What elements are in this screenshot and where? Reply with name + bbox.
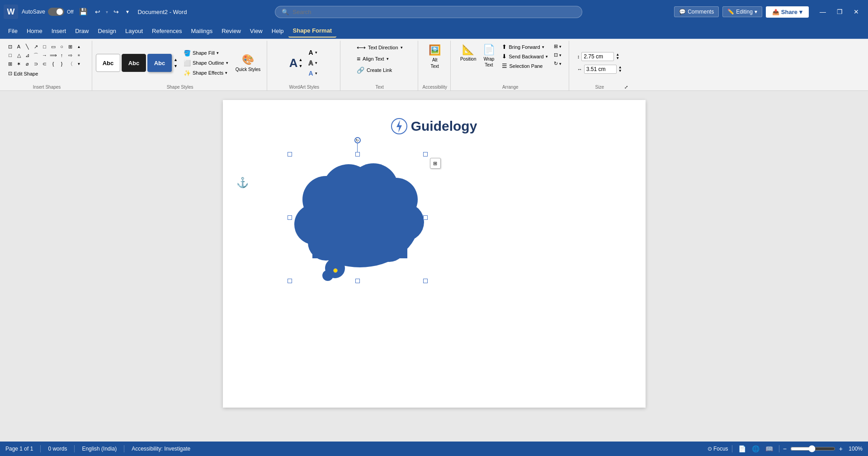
rotate-button[interactable]: ↻ ▾ — [552, 60, 563, 67]
wrap-text-button[interactable]: 📄 Wrap Text — [480, 43, 498, 69]
rotate-handle[interactable]: ↻ — [354, 137, 361, 143]
save-button[interactable]: 💾 — [77, 7, 90, 17]
shape-fill-dropdown[interactable]: ▾ — [217, 51, 219, 55]
menu-item-layout[interactable]: Layout — [121, 25, 147, 37]
menu-item-file[interactable]: File — [4, 25, 22, 37]
handle-tl[interactable] — [288, 152, 292, 157]
shape-tool-r3-8[interactable]: 〈 — [66, 60, 75, 68]
handle-tc[interactable] — [355, 152, 360, 157]
accessibility-status[interactable]: Accessibility: Investigate — [132, 446, 190, 452]
align-text-button[interactable]: ≡ Align Text ▾ — [354, 54, 391, 64]
text-fill-button[interactable]: A ▾ — [307, 48, 319, 57]
shape-tool-r3-3[interactable]: ⌀ — [24, 60, 32, 68]
shape-effects-dropdown[interactable]: ▾ — [225, 71, 227, 75]
menu-item-shape-format[interactable]: Shape Format — [288, 24, 337, 38]
shape-tool-scroll[interactable]: ⊞ — [66, 43, 75, 51]
shape-scroll-up[interactable]: ▲ — [75, 43, 83, 51]
focus-button[interactable]: ⊙ Focus — [708, 446, 728, 452]
shape-tool-r2-2[interactable]: △ — [15, 51, 23, 59]
zoom-slider[interactable] — [790, 445, 835, 452]
view-reader-layout[interactable]: 📖 — [763, 444, 775, 453]
shape-effects-button[interactable]: ✨ Shape Effects ▾ — [182, 69, 230, 77]
menu-item-references[interactable]: References — [147, 25, 186, 37]
cloud-shape-container[interactable]: ↻ — [290, 154, 425, 281]
style-preset-white[interactable]: Abc — [96, 54, 120, 72]
shape-tool-rect[interactable]: □ — [41, 43, 49, 51]
menu-item-insert[interactable]: Insert — [47, 25, 71, 37]
quick-styles-btn[interactable]: 🎨 Quick Styles — [232, 52, 264, 74]
shape-tool-text[interactable]: A — [15, 43, 23, 51]
shape-tool-r3-2[interactable]: ✶ — [15, 60, 23, 68]
shape-tool-r2-4[interactable]: ⌒ — [32, 51, 40, 59]
width-decrease[interactable]: ▼ — [618, 69, 622, 73]
autosave-toggle[interactable] — [48, 8, 64, 16]
shape-fill-button[interactable]: 🪣 Shape Fill ▾ — [182, 49, 230, 57]
menu-item-draw[interactable]: Draw — [71, 25, 93, 37]
create-link-button[interactable]: 🔗 Create Link — [354, 65, 394, 75]
shape-tool-r2-5[interactable]: → — [41, 51, 49, 59]
send-backward-button[interactable]: ⬇ Send Backward ▾ — [500, 52, 550, 61]
handle-bc[interactable] — [355, 279, 360, 283]
close-button[interactable]: ✕ — [848, 5, 864, 18]
height-input[interactable] — [581, 52, 614, 61]
selection-pane-button[interactable]: ☰ Selection Pane — [500, 62, 550, 70]
width-input[interactable] — [584, 65, 617, 74]
alt-text-button[interactable]: 🖼️ Alt Text — [426, 43, 443, 71]
text-outline-button[interactable]: A ▾ — [307, 58, 319, 67]
height-decrease[interactable]: ▼ — [616, 57, 619, 60]
menu-item-mailings[interactable]: Mailings — [187, 25, 217, 37]
shape-tool-r3-1[interactable]: ⊞ — [6, 60, 14, 68]
size-launcher[interactable]: ⤢ — [624, 85, 628, 90]
quick-access-more[interactable]: ▾ — [124, 8, 131, 16]
zoom-in-button[interactable]: + — [839, 445, 843, 452]
search-bar[interactable]: 🔍 — [275, 6, 582, 18]
search-input[interactable] — [292, 9, 576, 15]
share-button[interactable]: 📤 Share ▾ — [766, 6, 809, 18]
menu-item-view[interactable]: View — [245, 25, 267, 37]
shape-tool-r2-6[interactable]: ⟹ — [49, 51, 57, 59]
preset-scroll-up[interactable]: ▲ — [173, 57, 178, 62]
handle-ml[interactable] — [288, 215, 292, 220]
shape-scroll-mid[interactable]: ≡ — [75, 51, 83, 59]
minimize-button[interactable]: — — [814, 5, 831, 18]
shape-tool-rounded-rect[interactable]: ▭ — [49, 43, 57, 51]
menu-item-home[interactable]: Home — [22, 25, 47, 37]
shape-tool-r3-6[interactable]: { — [49, 60, 57, 68]
shape-tool-edit[interactable]: ⊡ — [6, 43, 14, 51]
shape-outline-dropdown[interactable]: ▾ — [226, 61, 228, 65]
style-preset-blue[interactable]: Abc — [147, 54, 172, 72]
align-objects-button[interactable]: ⊞ ▾ — [552, 43, 563, 50]
handle-mr[interactable] — [423, 215, 428, 220]
comments-button[interactable]: 💬 Comments — [674, 6, 719, 17]
yellow-handle[interactable] — [333, 268, 338, 273]
wordart-scroll-dn[interactable]: ▼ — [298, 63, 303, 69]
menu-item-help[interactable]: Help — [267, 25, 288, 37]
shape-tool-r2-1[interactable]: □ — [6, 51, 14, 59]
shape-tool-r3-7[interactable]: } — [58, 60, 66, 68]
group-button[interactable]: ⊡ ▾ — [552, 51, 563, 59]
layout-options-button[interactable]: ⊞ — [430, 158, 441, 169]
shape-tool-r2-3[interactable]: ⊿ — [24, 51, 32, 59]
shape-tool-r3-4[interactable]: ⊃ — [32, 60, 40, 68]
shape-tool-r2-7[interactable]: ↑ — [58, 51, 66, 59]
preset-scroll-dn[interactable]: ▼ — [173, 63, 178, 69]
wordart-scroll-up[interactable]: ▲ — [298, 57, 303, 62]
style-preset-black[interactable]: Abc — [122, 54, 146, 72]
handle-bl[interactable] — [288, 279, 292, 283]
view-print-layout[interactable]: 📄 — [736, 444, 748, 453]
view-web-layout[interactable]: 🌐 — [750, 444, 762, 453]
shape-tool-arrow[interactable]: ↗ — [32, 43, 40, 51]
handle-tr[interactable] — [423, 152, 428, 157]
editing-button[interactable]: ✏️ Editing ▾ — [722, 6, 762, 17]
shape-outline-button[interactable]: ⬜ Shape Outline ▾ — [182, 59, 230, 67]
position-button[interactable]: 📐 Position — [458, 43, 479, 69]
zoom-out-button[interactable]: − — [783, 445, 787, 452]
menu-item-review[interactable]: Review — [217, 25, 245, 37]
shape-scroll-dn[interactable]: ▼ — [75, 60, 83, 68]
shape-tool-r2-8[interactable]: ⇨ — [66, 51, 75, 59]
arrange-more-btn[interactable]: ⊡ Edit Shape — [6, 70, 40, 77]
text-direction-button[interactable]: ⟷ Text Direction ▾ — [354, 43, 405, 52]
menu-item-design[interactable]: Design — [94, 25, 121, 37]
redo-button[interactable]: ↪ — [112, 7, 121, 16]
restore-button[interactable]: ❐ — [831, 5, 848, 18]
